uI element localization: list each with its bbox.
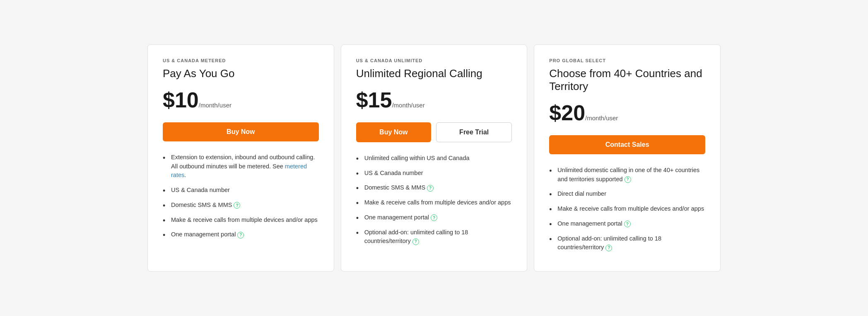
info-icon[interactable]: ?	[237, 232, 244, 238]
feature-item: Unlimited calling within US and Canada	[356, 154, 512, 163]
plan-price: $20/month/user	[549, 100, 705, 125]
button-group: Buy NowFree Trial	[356, 122, 512, 142]
feature-item: Optional add-on: unlimited calling to 18…	[549, 234, 705, 253]
feature-item: One management portal?	[549, 219, 705, 228]
feature-item: Domestic SMS & MMS?	[356, 183, 512, 192]
feature-item: Unlimited domestic calling in one of the…	[549, 166, 705, 184]
feature-item: Make & receive calls from multiple devic…	[549, 204, 705, 214]
buy-now-button[interactable]: Buy Now	[356, 122, 431, 142]
feature-item: US & Canada number	[356, 169, 512, 178]
button-group: Buy Now	[163, 122, 319, 141]
price-period: /month/user	[392, 102, 424, 109]
contact-sales-button[interactable]: Contact Sales	[549, 135, 705, 154]
pricing-card-metered: US & CANADA METEREDPay As You Go$10/mont…	[147, 44, 334, 272]
features-list: Unlimited domestic calling in one of the…	[549, 166, 705, 252]
feature-item: One management portal?	[356, 213, 512, 222]
features-list: Unlimited calling within US and CanadaUS…	[356, 154, 512, 246]
metered-rates-link[interactable]: metered rates	[171, 163, 307, 179]
plan-title: Pay As You Go	[163, 67, 319, 80]
info-icon[interactable]: ?	[624, 176, 631, 183]
plan-price: $15/month/user	[356, 88, 512, 112]
info-icon[interactable]: ?	[427, 185, 434, 192]
feature-item: Direct dial number	[549, 190, 705, 199]
info-icon[interactable]: ?	[431, 214, 437, 221]
plan-title: Unlimited Regional Calling	[356, 67, 512, 80]
button-group: Contact Sales	[549, 135, 705, 154]
feature-item: US & Canada number	[163, 186, 319, 195]
feature-item: Domestic SMS & MMS?	[163, 201, 319, 210]
feature-item: Optional add-on: unlimited calling to 18…	[356, 228, 512, 246]
pricing-card-pro-global: PRO GLOBAL SELECTChoose from 40+ Countri…	[534, 44, 721, 272]
price-amount: $15	[356, 88, 392, 112]
plan-category: PRO GLOBAL SELECT	[549, 58, 705, 63]
feature-item: Extension to extension, inbound and outb…	[163, 153, 319, 180]
feature-item: Make & receive calls from multiple devic…	[163, 216, 319, 225]
features-list: Extension to extension, inbound and outb…	[163, 153, 319, 239]
feature-item: Make & receive calls from multiple devic…	[356, 198, 512, 207]
info-icon[interactable]: ?	[624, 221, 631, 227]
pricing-card-unlimited: US & CANADA UNLIMITEDUnlimited Regional …	[341, 44, 528, 272]
free-trial-button[interactable]: Free Trial	[436, 122, 512, 142]
plan-category: US & CANADA UNLIMITED	[356, 58, 512, 63]
info-icon[interactable]: ?	[234, 202, 240, 209]
price-period: /month/user	[199, 102, 231, 109]
plan-title: Choose from 40+ Countries and Territory	[549, 67, 705, 93]
pricing-container: US & CANADA METEREDPay As You Go$10/mont…	[144, 44, 724, 272]
plan-price: $10/month/user	[163, 88, 319, 112]
price-amount: $20	[549, 101, 585, 125]
price-amount: $10	[163, 88, 199, 112]
info-icon[interactable]: ?	[412, 238, 419, 245]
plan-category: US & CANADA METERED	[163, 58, 319, 63]
info-icon[interactable]: ?	[605, 245, 612, 251]
price-period: /month/user	[585, 114, 618, 122]
feature-item: One management portal?	[163, 230, 319, 239]
buy-now-button[interactable]: Buy Now	[163, 122, 319, 141]
